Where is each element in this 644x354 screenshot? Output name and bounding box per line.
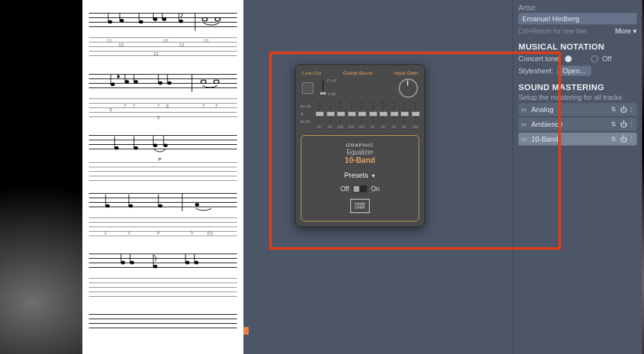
tab-number: 8	[166, 104, 169, 108]
concert-tone-off-label: Off	[602, 55, 611, 62]
mastering-name: Analog	[531, 106, 609, 113]
updown-icon[interactable]: ⇅	[611, 106, 616, 113]
eq-band-slider[interactable]	[379, 103, 387, 124]
artist-input[interactable]: Emanuel Hedberg	[518, 13, 637, 24]
freq-label: 32	[315, 125, 323, 129]
music-notes: ♭	[89, 74, 237, 100]
concert-tone-radio-on[interactable]	[565, 55, 572, 62]
tab-staff	[89, 162, 237, 184]
eq-name: 10-Band	[307, 156, 413, 165]
tab-number: 3	[128, 230, 130, 235]
tab-number: 5	[191, 230, 193, 235]
svg-text:P: P	[158, 157, 162, 162]
equalizer-label: Equalizer	[307, 149, 413, 156]
svg-point-16	[215, 17, 220, 21]
svg-point-11	[162, 18, 166, 21]
tab-number: 7	[215, 104, 218, 108]
power-icon[interactable]: ⏻	[619, 120, 628, 128]
eq-band-slider[interactable]	[400, 103, 408, 124]
slider-scale: 6/+15 0 6/-15	[301, 104, 310, 124]
global-boost-slider[interactable]: 15 dB -6 dB	[320, 79, 342, 97]
presets-dropdown[interactable]: Presets▼	[307, 171, 413, 179]
tab-number: (0)	[207, 230, 213, 235]
eq-band-slider[interactable]	[336, 103, 345, 124]
svg-point-22	[125, 80, 129, 83]
eq-band-slider[interactable]	[326, 103, 334, 124]
mastering-row[interactable]: ▭10-Band⇅⏻⋮	[518, 133, 637, 145]
updown-icon[interactable]: ⇅	[611, 136, 616, 142]
off-label: Off	[341, 185, 349, 192]
svg-point-32	[214, 80, 219, 83]
tab-number: 12	[204, 39, 209, 43]
eq-band-slider[interactable]	[315, 103, 323, 124]
input-gain-knob[interactable]	[399, 79, 418, 98]
svg-point-19	[111, 83, 115, 86]
svg-point-46	[106, 205, 109, 207]
svg-point-15	[202, 17, 207, 21]
freq-label: 8k	[400, 125, 408, 129]
fx-icon: ▭	[521, 121, 531, 127]
eq-band-slider[interactable]	[368, 103, 377, 124]
svg-point-27	[158, 82, 162, 84]
freq-label: 250	[347, 125, 355, 129]
low-cut-label: Low Cut	[302, 70, 321, 76]
freq-label: 1k	[368, 125, 377, 129]
tab-number: 0	[109, 107, 112, 112]
mastering-sub: Setup the mastering for all tracks	[518, 93, 637, 101]
svg-point-51	[195, 203, 199, 206]
staff-notation: ♭	[89, 74, 237, 92]
tab-number: 11	[107, 39, 112, 43]
more-icon[interactable]: ⋮	[628, 120, 634, 129]
tab-staff: 11 13 13 10 13 12	[89, 37, 237, 59]
updown-icon[interactable]: ⇅	[611, 121, 616, 127]
artist-label: Artist:	[518, 4, 637, 12]
power-icon[interactable]: ⏻	[619, 135, 628, 143]
svg-point-40	[153, 144, 157, 147]
tab-number: 2	[104, 230, 107, 235]
low-cut-button[interactable]	[302, 82, 314, 94]
svg-point-31	[201, 80, 206, 83]
fx-icon: ▭	[521, 106, 531, 113]
freq-label: 4k	[390, 125, 398, 129]
svg-point-42	[164, 144, 167, 147]
eq-10band-panel[interactable]: Low Cut Global Boost Input Gain 15 dB -6…	[295, 64, 425, 227]
svg-point-38	[134, 147, 138, 149]
svg-point-24	[134, 80, 138, 83]
eq-band-slider[interactable]	[411, 103, 419, 124]
mastering-name: Ambience	[531, 120, 609, 128]
tab-number: 4	[157, 230, 160, 235]
mastering-row[interactable]: ▭Ambience⇅⏻⋮	[518, 118, 637, 131]
svg-point-1	[108, 21, 112, 23]
freq-label: 500	[357, 125, 366, 129]
playhead-marker[interactable]	[243, 327, 249, 335]
input-gain-label: Input Gain	[394, 70, 418, 76]
staff-notation	[89, 193, 237, 211]
tab-number: 13	[118, 42, 124, 47]
svg-point-6	[139, 21, 143, 23]
more-button[interactable]: More ▾	[615, 27, 637, 35]
tab-number: 13	[153, 51, 158, 56]
concert-tone-radio-off[interactable]	[591, 55, 598, 62]
concert-tone-label: Concert tone:	[518, 55, 561, 62]
eq-band-slider[interactable]	[357, 103, 366, 124]
inspector-sidebar: Artist: Emanuel Hedberg Ctrl+Return for …	[513, 0, 642, 354]
mastering-row[interactable]: ▭Analog⇅⏻⋮	[518, 103, 637, 116]
eq-on-off-switch[interactable]	[353, 185, 367, 192]
more-icon[interactable]: ⋮	[628, 106, 634, 114]
tab-staff	[89, 278, 237, 300]
eq-band-slider[interactable]	[347, 103, 355, 124]
svg-point-59	[153, 265, 157, 268]
freq-label: 2k	[379, 125, 387, 129]
more-icon[interactable]: ⋮	[628, 135, 634, 144]
svg-point-9	[153, 18, 157, 21]
on-label: On	[371, 185, 379, 192]
staff-notation: ♭	[89, 13, 237, 31]
score-pane[interactable]: ♭ 11 13 13 10	[82, 0, 243, 354]
stylesheet-label: Stylesheet:	[518, 67, 553, 75]
newline-hint: Ctrl+Return for new line.	[518, 28, 588, 35]
eq-band-slider[interactable]	[390, 103, 398, 124]
graphic-label: GRAPHIC	[307, 142, 413, 148]
power-icon[interactable]: ⏻	[619, 106, 628, 113]
stylesheet-open-button[interactable]: Open...	[557, 66, 591, 76]
svg-point-50	[158, 205, 162, 207]
